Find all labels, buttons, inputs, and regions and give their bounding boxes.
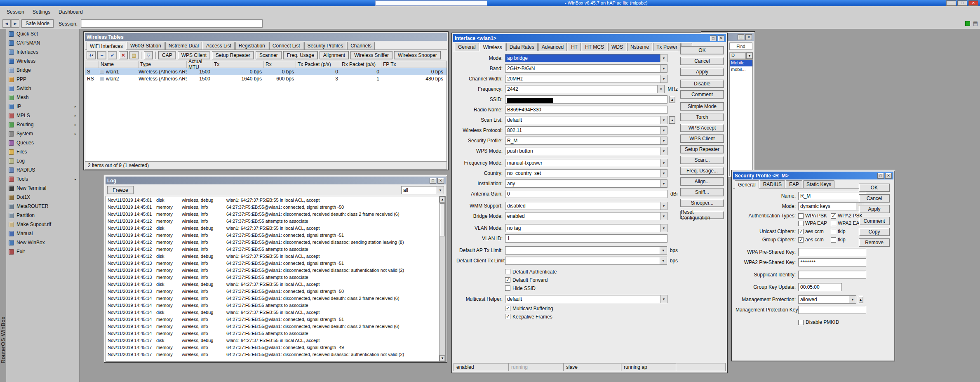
ssid-input[interactable] [505, 95, 667, 104]
dialog-button[interactable]: OK [859, 184, 890, 192]
default-client-tx-limit-input[interactable]: ▼ [505, 257, 667, 265]
sidebar-item[interactable]: PPP ▸ [6, 75, 79, 84]
chevron-down-icon[interactable]: ▼ [660, 54, 667, 62]
column-header-tx-packet[interactable]: Tx Packet (p/s) [296, 61, 340, 68]
sidebar-item[interactable]: Wireless ▸ [6, 57, 79, 66]
tab[interactable]: Access List [203, 42, 235, 50]
security-profile-titlebar[interactable]: Security Profile <R_M> □ ✕ [733, 172, 893, 179]
dialog-button[interactable]: Snooper... [680, 199, 724, 207]
log-row[interactable]: Nov/11/2019 14:45:01 memory wireless, in… [106, 210, 445, 217]
layout-icon[interactable]: ▤ [973, 20, 978, 26]
log-row[interactable]: Nov/11/2019 14:45:17 disk wireless, debu… [106, 337, 445, 344]
dialog-button[interactable]: Comment [680, 90, 724, 99]
log-row[interactable]: Nov/11/2019 14:45:14 memory wireless, in… [106, 316, 445, 323]
dialog-button[interactable]: Apply [680, 68, 724, 76]
log-row[interactable]: Nov/11/2019 14:45:13 memory wireless, in… [106, 266, 445, 274]
maximize-button[interactable]: □ [430, 178, 436, 184]
wpa2-eap-checkbox[interactable] [831, 221, 836, 226]
safe-mode-button[interactable]: Safe Mode [21, 19, 54, 28]
wpa-pre-shared-key-input[interactable] [798, 248, 866, 256]
add-button[interactable]: +▾ [87, 51, 96, 59]
wpa-psk-checkbox[interactable] [798, 213, 804, 219]
log-row[interactable]: Nov/11/2019 14:45:17 memory wireless, in… [106, 351, 445, 358]
sidebar-item[interactable]: System ▸ [6, 129, 79, 138]
dialog-button[interactable]: WPS Client [680, 134, 724, 143]
maximize-button[interactable]: □ [877, 173, 884, 179]
action-button[interactable]: Scanner [256, 51, 282, 59]
dialog-button[interactable]: Reset Configuration [680, 211, 724, 219]
chevron-down-icon[interactable]: ▼ [660, 212, 667, 220]
close-button[interactable]: ✕ [968, 0, 978, 6]
sidebar-item[interactable]: Bridge ▸ [6, 66, 79, 75]
tab[interactable]: WDS [608, 43, 626, 51]
filter-dropdown[interactable]: ▼ [746, 52, 753, 59]
log-row[interactable]: Nov/11/2019 14:45:01 memory wireless, in… [106, 203, 445, 210]
sidebar-item[interactable]: IP ▸ [6, 102, 79, 111]
log-row[interactable]: Nov/11/2019 14:45:17 memory wireless, in… [106, 344, 445, 351]
chevron-down-icon[interactable]: ▼ [660, 224, 667, 232]
freeze-button[interactable]: Freeze [107, 186, 134, 194]
menu-item[interactable]: Settings [28, 7, 54, 17]
disable-pmkid-checkbox[interactable] [798, 320, 804, 325]
default-forward-checkbox[interactable] [505, 277, 510, 283]
action-button[interactable]: WPS Client [178, 51, 210, 59]
flags-column-header[interactable] [85, 61, 99, 68]
dialog-button[interactable]: Torch [680, 113, 724, 121]
dialog-button[interactable]: Copy [859, 228, 890, 236]
wmm-support-combobox[interactable]: disabled▼ [505, 202, 667, 210]
maximize-button[interactable]: □ [710, 35, 717, 41]
sidebar-item[interactable]: Make Supout.rif ▸ [6, 220, 79, 229]
action-button[interactable]: Wireless Snooper [394, 51, 441, 59]
management-protection-key-input[interactable] [798, 306, 866, 314]
tab[interactable]: Nstreme [627, 43, 652, 51]
multicast-buffering-checkbox[interactable] [505, 306, 510, 311]
frequency-mode-combobox[interactable]: manual-txpower▼ [505, 159, 667, 167]
channel-width-combobox[interactable]: 20MHz▼ [505, 75, 667, 83]
undo-button[interactable]: ◄ [2, 19, 11, 28]
chevron-down-icon[interactable]: ▼ [660, 75, 667, 83]
sidebar-item[interactable]: Quick Set ▸ [6, 29, 79, 38]
log-row[interactable]: Nov/11/2019 14:45:12 disk wireless, debu… [106, 224, 445, 231]
wpa2-pre-shared-key-input[interactable] [798, 258, 866, 266]
action-button[interactable]: Wireless Sniffer [350, 51, 392, 59]
default-ap-tx-limit-input[interactable]: ▼ [505, 246, 667, 255]
log-row[interactable]: Nov/11/2019 14:45:13 disk wireless, debu… [106, 281, 445, 288]
log-row[interactable]: Nov/11/2019 14:45:13 memory wireless, in… [106, 259, 445, 266]
log-row[interactable]: Nov/11/2019 14:45:01 disk wireless, debu… [106, 196, 445, 203]
multicast-helper-combobox[interactable]: default▼ [505, 295, 667, 303]
action-button[interactable]: Freq. Usage [283, 51, 318, 59]
sidebar-item[interactable]: Tools ▸ [6, 174, 79, 184]
dialog-button[interactable]: Comment [859, 217, 890, 225]
chevron-down-icon[interactable]: ▼ [660, 65, 667, 72]
unicast-tkip-checkbox[interactable] [831, 229, 836, 234]
dialog-button[interactable]: Disable [680, 80, 724, 88]
log-row[interactable]: Nov/11/2019 14:45:12 memory wireless, in… [106, 245, 445, 252]
tab[interactable]: Tx Power [653, 43, 681, 51]
sidebar-item[interactable]: CAPsMAN ▸ [6, 38, 79, 47]
column-header-name[interactable]: Name [99, 61, 139, 68]
list-item[interactable]: mobil... [730, 66, 752, 73]
management-protection-combobox[interactable]: allowed▼ [798, 295, 856, 304]
dialog-button[interactable]: Sniff... [680, 188, 724, 196]
column-header[interactable]: D [729, 52, 746, 59]
column-header-rx-packet[interactable]: Rx Packet (p/s) [340, 61, 381, 68]
dialog-button[interactable]: Scan... [680, 156, 724, 164]
table-header[interactable]: Name Type Actual MTU Tx Rx Tx Packet (p/… [85, 61, 447, 68]
sidebar-item[interactable]: Queues ▸ [6, 138, 79, 147]
dialog-button[interactable]: Cancel [680, 57, 724, 65]
log-row[interactable]: Nov/11/2019 14:45:13 memory wireless, in… [106, 288, 445, 295]
sidebar-item[interactable]: MPLS ▸ [6, 111, 79, 120]
tab[interactable]: Advanced [538, 43, 567, 51]
sidebar-item[interactable]: Log ▸ [6, 156, 79, 165]
redo-button[interactable]: ► [11, 19, 19, 28]
tab[interactable]: W60G Station [127, 42, 165, 50]
group-tkip-checkbox[interactable] [831, 237, 836, 243]
tab[interactable]: RADIUS [760, 180, 785, 188]
close-button[interactable]: ✕ [718, 35, 724, 41]
chevron-down-icon[interactable]: ▼ [437, 186, 444, 194]
country-combobox[interactable]: no_country_set▼ [505, 169, 667, 177]
menu-item[interactable]: Dashboard [54, 7, 87, 17]
sidebar-item[interactable]: Routing ▸ [6, 120, 79, 129]
band-combobox[interactable]: 2GHz-B/G/N▼ [505, 64, 667, 73]
log-titlebar[interactable]: Log □ ✕ [106, 177, 446, 184]
